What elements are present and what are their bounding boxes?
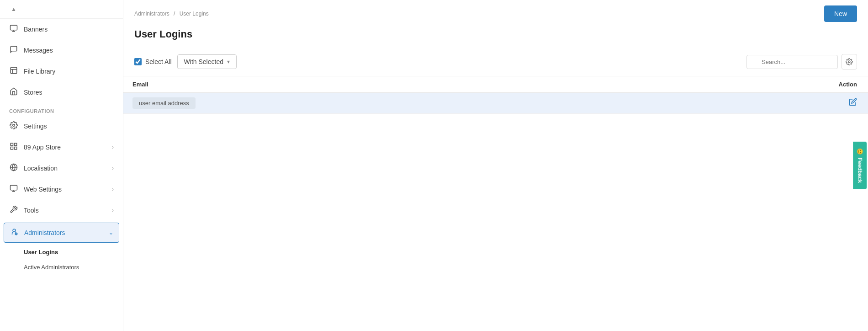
banners-icon <box>9 24 18 34</box>
app-store-icon <box>9 142 18 152</box>
action-cell <box>628 93 868 114</box>
with-selected-label: With Selected <box>184 58 223 65</box>
feedback-icon: 😊 <box>857 148 863 155</box>
breadcrumb-separator: / <box>174 11 177 17</box>
sidebar-item-administrators-label: Administrators <box>24 229 103 236</box>
sidebar-item-banners-label: Banners <box>24 26 114 33</box>
sidebar-item-localisation[interactable]: Localisation › <box>0 158 123 179</box>
sidebar-item-administrators[interactable]: Administrators ⌄ <box>4 223 119 243</box>
settings-icon <box>9 121 18 131</box>
sidebar-item-tools-label: Tools <box>24 207 106 214</box>
svg-rect-1 <box>11 67 17 74</box>
web-settings-icon <box>9 184 18 194</box>
app-store-chevron-icon: › <box>112 144 114 150</box>
table-area: Email Action user email address <box>123 76 868 331</box>
sidebar-item-banners[interactable]: Banners <box>0 19 123 40</box>
localisation-icon <box>9 163 18 173</box>
svg-rect-0 <box>11 25 17 30</box>
select-all-label: Select All <box>145 58 172 65</box>
search-wrap <box>746 54 857 69</box>
stores-icon <box>9 87 18 97</box>
tools-chevron-icon: › <box>112 207 114 214</box>
administrators-chevron-icon: ⌄ <box>109 230 113 236</box>
svg-point-2 <box>13 124 15 127</box>
header-area: Administrators / User Logins New User Lo… <box>123 0 868 76</box>
sidebar-item-tools[interactable]: Tools › <box>0 200 123 221</box>
sidebar-item-stores[interactable]: Stores <box>0 82 123 103</box>
toolbar: Select All With Selected ▾ <box>123 48 868 76</box>
breadcrumb-parent: Administrators <box>134 11 169 17</box>
sidebar-subitem-active-administrators-label: Active Administrators <box>24 264 79 271</box>
sidebar-item-app-store-label: 89 App Store <box>24 144 106 151</box>
email-pill: user email address <box>132 97 196 109</box>
search-box <box>746 55 838 69</box>
feedback-tab[interactable]: 😊 Feedback <box>853 142 867 189</box>
sidebar-subitem-user-logins-label: User Logins <box>24 249 58 256</box>
edit-icon[interactable] <box>849 99 857 108</box>
svg-rect-9 <box>11 185 17 190</box>
with-selected-button[interactable]: With Selected ▾ <box>177 54 237 69</box>
select-all-wrap: Select All <box>134 58 172 65</box>
sidebar-collapse-arrow[interactable]: ▲ <box>9 5 18 14</box>
with-selected-chevron-icon: ▾ <box>227 59 230 65</box>
action-column-header: Action <box>628 76 868 93</box>
sidebar-item-app-store[interactable]: 89 App Store › <box>0 137 123 158</box>
new-button[interactable]: New <box>824 5 857 22</box>
gear-button[interactable] <box>842 54 857 69</box>
sidebar-item-file-library[interactable]: File Library <box>0 61 123 82</box>
breadcrumb: Administrators / User Logins <box>134 11 209 17</box>
sidebar-subitem-active-administrators[interactable]: Active Administrators <box>0 260 123 275</box>
search-input[interactable] <box>746 55 838 69</box>
svg-rect-6 <box>11 147 13 149</box>
file-library-icon <box>9 66 18 76</box>
page-title: User Logins <box>123 22 868 48</box>
sidebar-item-settings-label: Settings <box>24 123 114 130</box>
messages-icon <box>9 45 18 55</box>
main-content: Administrators / User Logins New User Lo… <box>123 0 868 331</box>
svg-point-15 <box>848 61 850 63</box>
web-settings-chevron-icon: › <box>112 186 114 192</box>
sidebar-item-stores-label: Stores <box>24 89 114 96</box>
svg-point-10 <box>13 229 16 232</box>
sidebar-item-messages-label: Messages <box>24 47 114 54</box>
svg-rect-5 <box>15 147 17 149</box>
sidebar-item-file-library-label: File Library <box>24 68 114 75</box>
sidebar-item-localisation-label: Localisation <box>24 165 106 172</box>
sidebar-item-messages[interactable]: Messages <box>0 40 123 61</box>
localisation-chevron-icon: › <box>112 165 114 171</box>
table-row: user email address <box>123 93 868 114</box>
user-logins-table: Email Action user email address <box>123 76 868 114</box>
feedback-label: Feedback <box>857 158 863 183</box>
select-all-checkbox[interactable] <box>134 58 142 65</box>
email-cell: user email address <box>123 93 628 114</box>
email-column-header: Email <box>123 76 628 93</box>
config-section-title: CONFIGURATION <box>0 103 123 116</box>
sidebar-item-web-settings[interactable]: Web Settings › <box>0 179 123 200</box>
sidebar-subitem-user-logins[interactable]: User Logins <box>0 245 123 260</box>
breadcrumb-current: User Logins <box>180 11 209 17</box>
svg-rect-3 <box>11 143 13 145</box>
sidebar: ▲ Banners Messages File Library Stores C… <box>0 0 123 331</box>
sidebar-item-web-settings-label: Web Settings <box>24 186 106 193</box>
svg-rect-4 <box>15 143 17 145</box>
tools-icon <box>9 205 18 215</box>
administrators-icon <box>10 228 19 238</box>
sidebar-item-settings[interactable]: Settings <box>0 116 123 137</box>
